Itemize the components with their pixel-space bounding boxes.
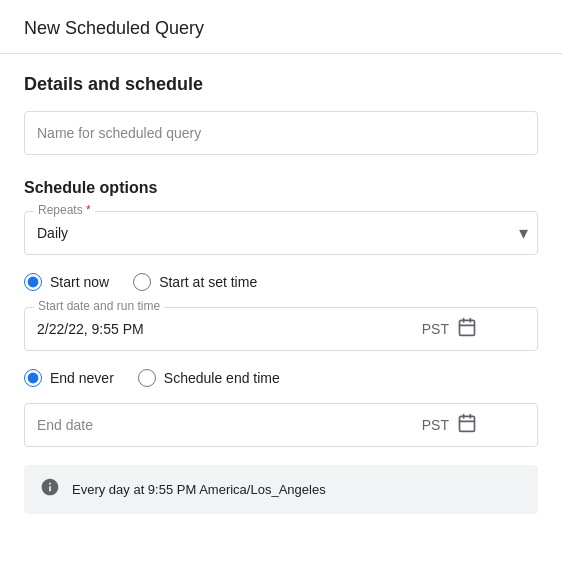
end-date-input-row: End date PST (24, 403, 538, 447)
calendar-icon[interactable] (457, 317, 477, 342)
repeats-dropdown[interactable]: Daily Weekly Monthly Custom (24, 211, 538, 255)
end-date-placeholder: End date (37, 417, 93, 433)
start-set-time-radio[interactable] (133, 273, 151, 291)
start-set-time-label: Start at set time (159, 274, 257, 290)
start-now-radio[interactable] (24, 273, 42, 291)
end-radio-group: End never Schedule end time (24, 369, 538, 387)
start-datetime-input-row: 2/22/22, 9:55 PM PST (24, 307, 538, 351)
start-set-time-option[interactable]: Start at set time (133, 273, 257, 291)
start-radio-group: Start now Start at set time (24, 273, 538, 291)
start-datetime-label: Start date and run time (34, 299, 164, 313)
info-text: Every day at 9:55 PM America/Los_Angeles (72, 482, 326, 497)
page-header: New Scheduled Query (0, 0, 562, 54)
schedule-options-section: Schedule options Repeats * Daily Weekly … (24, 179, 538, 514)
details-section: Details and schedule (24, 74, 538, 155)
start-timezone: PST (422, 321, 449, 337)
repeats-select-wrapper: Repeats * Daily Weekly Monthly Custom ▾ (24, 211, 538, 255)
start-datetime-wrapper: Start date and run time 2/22/22, 9:55 PM… (24, 307, 538, 351)
start-datetime-value: 2/22/22, 9:55 PM (37, 321, 422, 337)
schedule-end-time-option[interactable]: Schedule end time (138, 369, 280, 387)
end-never-label: End never (50, 370, 114, 386)
details-section-title: Details and schedule (24, 74, 538, 95)
name-input-wrapper (24, 111, 538, 155)
info-icon (40, 477, 60, 502)
end-calendar-icon[interactable] (457, 413, 477, 438)
info-box: Every day at 9:55 PM America/Los_Angeles (24, 465, 538, 514)
end-never-radio[interactable] (24, 369, 42, 387)
start-now-option[interactable]: Start now (24, 273, 109, 291)
svg-rect-4 (460, 416, 475, 431)
schedule-options-title: Schedule options (24, 179, 538, 197)
page-title: New Scheduled Query (24, 18, 204, 38)
svg-rect-0 (460, 320, 475, 335)
end-date-wrapper: End date PST (24, 403, 538, 447)
repeats-label: Repeats * (34, 203, 95, 217)
name-input[interactable] (24, 111, 538, 155)
start-now-label: Start now (50, 274, 109, 290)
main-content: Details and schedule Schedule options Re… (0, 54, 562, 534)
end-never-option[interactable]: End never (24, 369, 114, 387)
schedule-end-time-radio[interactable] (138, 369, 156, 387)
end-timezone: PST (422, 417, 449, 433)
schedule-end-time-label: Schedule end time (164, 370, 280, 386)
